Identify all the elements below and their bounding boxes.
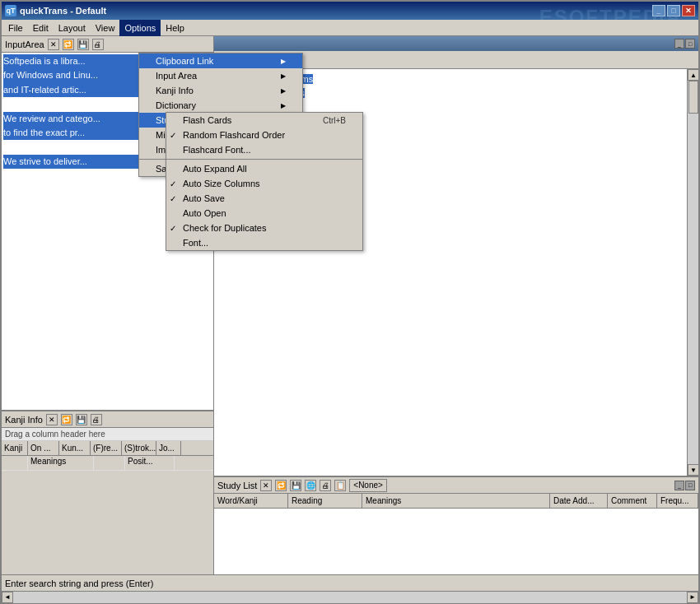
- status-text: Enter search string and press (Enter): [5, 578, 153, 588]
- study-btn4[interactable]: 🖨: [320, 480, 331, 491]
- col-jo[interactable]: Jo...: [156, 441, 181, 455]
- study-minimize-btn[interactable]: _: [674, 481, 684, 490]
- input-line-5: We review and catego...: [3, 112, 212, 126]
- col-on[interactable]: On ...: [28, 441, 59, 455]
- scroll-left-btn[interactable]: ◄: [2, 592, 13, 603]
- study-list-panel: Study List ✕ 🔁 💾 🌐 🖨 📋 <None> _ □ Word/K…: [214, 476, 698, 574]
- study-close-btn[interactable]: ✕: [260, 480, 272, 491]
- study-col-headers: Word/Kanji Reading Meanings Date Add... …: [214, 494, 698, 509]
- text-line-1: o-try software programs: [217, 74, 313, 84]
- main-window: qT quickTrans - Default _ □ ✕ ESOFTPEDIA…: [0, 0, 700, 604]
- bottom-scroll-track: [13, 592, 687, 603]
- study-btn3[interactable]: 🌐: [305, 480, 316, 491]
- study-col-word[interactable]: Word/Kanji: [214, 494, 288, 508]
- input-line-8: We strive to deliver...: [3, 155, 212, 169]
- study-btn5[interactable]: 📋: [334, 480, 346, 491]
- encoding-selector[interactable]: SJIS ▼: [254, 53, 289, 67]
- kanji-cell-1: [2, 456, 28, 470]
- encoding-arrow: ▼: [277, 55, 285, 64]
- app-icon: qT: [5, 5, 16, 16]
- study-col-meanings[interactable]: Meanings: [362, 494, 550, 508]
- input-area-close-btn[interactable]: ✕: [48, 39, 59, 50]
- right-minimize-btn[interactable]: _: [674, 39, 684, 49]
- right-panel: _ □ Aa ⊞ SJIS ▼: [214, 36, 698, 574]
- input-area-btn1[interactable]: 🔁: [63, 39, 74, 50]
- scroll-down-btn[interactable]: ▼: [688, 464, 698, 476]
- study-btn2[interactable]: 💾: [290, 480, 301, 491]
- study-col-date[interactable]: Date Add...: [550, 494, 608, 508]
- text-line-2: rivers, mobile devices: [217, 88, 305, 98]
- text-display: o-try software programs rivers, mobile d…: [214, 69, 698, 476]
- study-btn1[interactable]: 🔁: [275, 480, 287, 491]
- input-line-1: Softpedia is a libra...: [3, 54, 212, 68]
- input-line-2: for Windows and Linu...: [3, 68, 212, 82]
- kanji-btn3[interactable]: 🖨: [91, 414, 102, 425]
- scroll-right-btn[interactable]: ►: [687, 592, 698, 603]
- input-line-6: to find the exact pr...: [3, 126, 212, 140]
- input-area-header: InputArea ✕ 🔁 💾 🖨: [2, 36, 213, 53]
- text-display-wrapper: o-try software programs rivers, mobile d…: [214, 69, 698, 476]
- right-panel-btns: _ □: [674, 39, 695, 49]
- scroll-track: [688, 81, 698, 464]
- left-panel: InputArea ✕ 🔁 💾 🖨 Softpedia is a libra..…: [2, 36, 214, 574]
- study-maximize-btn[interactable]: □: [685, 481, 695, 490]
- kanji-col-headers: Kanji On ... Kun... (F)re... (S)trok... …: [2, 441, 213, 456]
- col-strok[interactable]: (S)trok...: [122, 441, 156, 455]
- scrollbar: ▲ ▼: [687, 69, 698, 476]
- kanji-btn1[interactable]: 🔁: [61, 414, 72, 425]
- right-main: _ □ Aa ⊞ SJIS ▼: [214, 36, 698, 476]
- input-line-7: [3, 140, 212, 154]
- main-content: InputArea ✕ 🔁 💾 🖨 Softpedia is a libra..…: [2, 36, 698, 574]
- kanji-cell-3: [94, 456, 125, 470]
- menu-view[interactable]: View: [91, 20, 120, 36]
- kanji-info-panel: Kanji Info ✕ 🔁 💾 🖨 Drag a column header …: [2, 410, 213, 574]
- window-controls: _ □ ✕: [652, 5, 695, 16]
- col-kanji[interactable]: Kanji: [2, 441, 28, 455]
- kanji-close-btn[interactable]: ✕: [46, 414, 58, 425]
- input-area-content: Softpedia is a libra... for Windows and …: [2, 53, 213, 410]
- input-area-btn2[interactable]: 💾: [77, 39, 89, 50]
- title-text: qT quickTrans - Default: [5, 5, 106, 16]
- scroll-up-btn[interactable]: ▲: [688, 69, 698, 81]
- scroll-thumb[interactable]: [688, 81, 698, 114]
- minimize-button[interactable]: _: [652, 5, 665, 16]
- menu-help[interactable]: Help: [161, 20, 189, 36]
- kanji-info-title: Kanji Info: [5, 415, 43, 425]
- study-window-btns: _ □: [674, 481, 695, 490]
- right-top-area: _ □ Aa ⊞ SJIS ▼: [214, 36, 698, 476]
- study-list-header: Study List ✕ 🔁 💾 🌐 🖨 📋 <None> _ □: [214, 477, 698, 494]
- bottom-scrollbar: ◄ ►: [2, 591, 698, 602]
- input-area-btn3[interactable]: 🖨: [92, 39, 104, 50]
- kanji-cell-2: Meanings: [28, 456, 94, 470]
- menu-options[interactable]: Options: [119, 20, 161, 36]
- status-bar: Enter search string and press (Enter): [2, 574, 698, 591]
- kanji-cell-4: Posit...: [125, 456, 175, 470]
- menu-edit[interactable]: Edit: [28, 20, 54, 36]
- toolbar-grid-btn[interactable]: ⊞: [236, 53, 252, 67]
- toolbar-aa-btn[interactable]: Aa: [217, 53, 234, 67]
- kanji-panel-header: Kanji Info ✕ 🔁 💾 🖨: [2, 411, 213, 428]
- col-fre[interactable]: (F)re...: [91, 441, 122, 455]
- menu-file[interactable]: File: [3, 20, 28, 36]
- col-kun[interactable]: Kun...: [59, 441, 91, 455]
- study-list-content: [214, 509, 698, 574]
- close-button[interactable]: ✕: [682, 5, 695, 16]
- drag-column-info: Drag a column header here: [2, 428, 213, 441]
- right-maximize-btn[interactable]: □: [685, 39, 695, 49]
- menu-bar: File Edit Layout View Options Help: [2, 20, 698, 36]
- kanji-table: Kanji On ... Kun... (F)re... (S)trok... …: [2, 441, 213, 574]
- input-line-4: [3, 97, 212, 111]
- study-col-comment[interactable]: Comment: [608, 494, 657, 508]
- study-list-title: Study List: [217, 481, 257, 490]
- input-line-3: and IT-related artic...: [3, 83, 212, 97]
- title-bar: qT quickTrans - Default _ □ ✕: [2, 2, 698, 20]
- menu-layout[interactable]: Layout: [54, 20, 91, 36]
- toolbar: Aa ⊞ SJIS ▼: [214, 51, 698, 69]
- study-col-freq[interactable]: Frequ...: [657, 494, 698, 508]
- study-col-reading[interactable]: Reading: [288, 494, 362, 508]
- none-selector[interactable]: <None>: [349, 479, 387, 492]
- input-area-title: InputArea: [5, 39, 44, 49]
- right-panel-titlebar: _ □: [214, 36, 698, 51]
- maximize-button[interactable]: □: [667, 5, 680, 16]
- kanji-btn2[interactable]: 💾: [76, 414, 87, 425]
